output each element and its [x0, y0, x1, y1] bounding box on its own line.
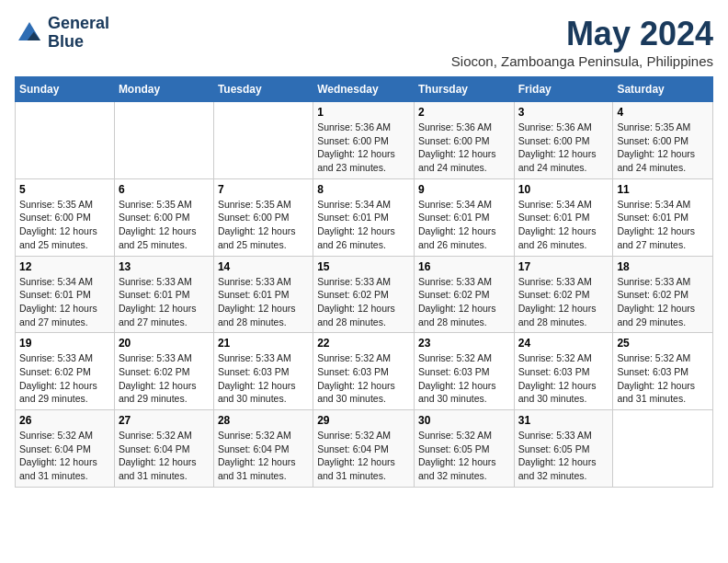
day-header-thursday: Thursday: [414, 77, 514, 102]
week-row-1: 1Sunrise: 5:36 AMSunset: 6:00 PMDaylight…: [16, 102, 713, 179]
logo-icon: [15, 18, 44, 48]
day-number: 3: [518, 106, 609, 119]
calendar-cell: 7Sunrise: 5:35 AMSunset: 6:00 PMDaylight…: [213, 178, 313, 256]
calendar-cell: 9Sunrise: 5:34 AMSunset: 6:01 PMDaylight…: [414, 178, 514, 256]
logo-line1: General: [48, 15, 109, 33]
day-header-tuesday: Tuesday: [213, 77, 313, 102]
calendar-cell: 22Sunrise: 5:32 AMSunset: 6:03 PMDayligh…: [313, 333, 415, 410]
day-info: Sunrise: 5:32 AMSunset: 6:03 PMDaylight:…: [518, 351, 609, 406]
calendar-cell: 17Sunrise: 5:33 AMSunset: 6:02 PMDayligh…: [514, 256, 613, 333]
day-number: 7: [218, 183, 309, 196]
calendar-cell: 4Sunrise: 5:35 AMSunset: 6:00 PMDaylight…: [613, 102, 713, 179]
logo-line2: Blue: [48, 33, 109, 52]
day-info: Sunrise: 5:33 AMSunset: 6:01 PMDaylight:…: [119, 275, 210, 329]
day-header-friday: Friday: [514, 77, 613, 102]
day-info: Sunrise: 5:33 AMSunset: 6:02 PMDaylight:…: [518, 275, 609, 329]
day-number: 2: [418, 106, 510, 119]
week-row-3: 12Sunrise: 5:34 AMSunset: 6:01 PMDayligh…: [16, 256, 713, 333]
day-number: 16: [418, 260, 510, 273]
calendar-cell: 28Sunrise: 5:32 AMSunset: 6:04 PMDayligh…: [213, 410, 313, 488]
day-header-wednesday: Wednesday: [313, 77, 415, 102]
calendar-cell: 19Sunrise: 5:33 AMSunset: 6:02 PMDayligh…: [16, 333, 115, 410]
day-info: Sunrise: 5:33 AMSunset: 6:01 PMDaylight:…: [218, 275, 309, 329]
calendar-cell: 5Sunrise: 5:35 AMSunset: 6:00 PMDaylight…: [16, 178, 115, 256]
day-number: 9: [418, 183, 510, 196]
calendar-cell: 2Sunrise: 5:36 AMSunset: 6:00 PMDaylight…: [414, 102, 514, 179]
day-info: Sunrise: 5:33 AMSunset: 6:02 PMDaylight:…: [418, 275, 510, 329]
calendar-cell: 10Sunrise: 5:34 AMSunset: 6:01 PMDayligh…: [514, 178, 613, 256]
day-info: Sunrise: 5:33 AMSunset: 6:02 PMDaylight:…: [617, 275, 709, 329]
calendar-cell: 11Sunrise: 5:34 AMSunset: 6:01 PMDayligh…: [613, 178, 713, 256]
week-row-4: 19Sunrise: 5:33 AMSunset: 6:02 PMDayligh…: [16, 333, 713, 410]
day-header-monday: Monday: [114, 77, 213, 102]
day-info: Sunrise: 5:32 AMSunset: 6:03 PMDaylight:…: [418, 351, 510, 406]
day-number: 21: [218, 337, 309, 350]
day-number: 30: [418, 414, 510, 427]
day-info: Sunrise: 5:32 AMSunset: 6:03 PMDaylight:…: [317, 351, 410, 406]
day-info: Sunrise: 5:34 AMSunset: 6:01 PMDaylight:…: [19, 275, 110, 329]
day-info: Sunrise: 5:32 AMSunset: 6:04 PMDaylight:…: [19, 429, 110, 483]
day-number: 14: [218, 260, 309, 273]
day-number: 6: [119, 183, 210, 196]
day-number: 22: [317, 337, 410, 350]
calendar-cell: 6Sunrise: 5:35 AMSunset: 6:00 PMDaylight…: [114, 178, 213, 256]
day-info: Sunrise: 5:35 AMSunset: 6:00 PMDaylight:…: [19, 198, 110, 252]
day-info: Sunrise: 5:36 AMSunset: 6:00 PMDaylight:…: [518, 121, 609, 175]
day-number: 15: [317, 260, 410, 273]
calendar-cell: 15Sunrise: 5:33 AMSunset: 6:02 PMDayligh…: [313, 256, 415, 333]
month-title: May 2024: [451, 15, 713, 53]
calendar-cell: 8Sunrise: 5:34 AMSunset: 6:01 PMDaylight…: [313, 178, 415, 256]
day-info: Sunrise: 5:32 AMSunset: 6:04 PMDaylight:…: [317, 429, 410, 483]
week-row-2: 5Sunrise: 5:35 AMSunset: 6:00 PMDaylight…: [16, 178, 713, 256]
day-number: 25: [617, 337, 709, 350]
calendar-cell: 26Sunrise: 5:32 AMSunset: 6:04 PMDayligh…: [16, 410, 115, 488]
day-info: Sunrise: 5:32 AMSunset: 6:03 PMDaylight:…: [617, 351, 709, 406]
day-number: 5: [19, 183, 110, 196]
day-header-saturday: Saturday: [613, 77, 713, 102]
day-info: Sunrise: 5:32 AMSunset: 6:05 PMDaylight:…: [418, 429, 510, 483]
calendar-cell: 24Sunrise: 5:32 AMSunset: 6:03 PMDayligh…: [514, 333, 613, 410]
day-number: 19: [19, 337, 110, 350]
calendar-cell: 13Sunrise: 5:33 AMSunset: 6:01 PMDayligh…: [114, 256, 213, 333]
calendar-cell: 18Sunrise: 5:33 AMSunset: 6:02 PMDayligh…: [613, 256, 713, 333]
day-info: Sunrise: 5:32 AMSunset: 6:04 PMDaylight:…: [218, 429, 309, 483]
day-info: Sunrise: 5:34 AMSunset: 6:01 PMDaylight:…: [617, 198, 709, 252]
day-number: 23: [418, 337, 510, 350]
day-header-sunday: Sunday: [16, 77, 115, 102]
day-info: Sunrise: 5:33 AMSunset: 6:03 PMDaylight:…: [218, 351, 309, 406]
calendar-table: SundayMondayTuesdayWednesdayThursdayFrid…: [15, 76, 713, 488]
calendar-cell: 14Sunrise: 5:33 AMSunset: 6:01 PMDayligh…: [213, 256, 313, 333]
day-number: 18: [617, 260, 709, 273]
page-header: General Blue May 2024 Siocon, Zamboanga …: [15, 15, 713, 69]
day-number: 24: [518, 337, 609, 350]
calendar-cell: 29Sunrise: 5:32 AMSunset: 6:04 PMDayligh…: [313, 410, 415, 488]
calendar-cell: [213, 102, 313, 179]
calendar-cell: 25Sunrise: 5:32 AMSunset: 6:03 PMDayligh…: [613, 333, 713, 410]
day-number: 29: [317, 414, 410, 427]
day-info: Sunrise: 5:33 AMSunset: 6:05 PMDaylight:…: [518, 429, 609, 483]
day-number: 1: [317, 106, 410, 119]
calendar-cell: 27Sunrise: 5:32 AMSunset: 6:04 PMDayligh…: [114, 410, 213, 488]
day-info: Sunrise: 5:34 AMSunset: 6:01 PMDaylight:…: [518, 198, 609, 252]
day-info: Sunrise: 5:36 AMSunset: 6:00 PMDaylight:…: [418, 121, 510, 175]
calendar-cell: [114, 102, 213, 179]
day-info: Sunrise: 5:33 AMSunset: 6:02 PMDaylight:…: [317, 275, 410, 329]
day-number: 17: [518, 260, 609, 273]
location-title: Siocon, Zamboanga Peninsula, Philippines: [451, 53, 713, 69]
day-number: 20: [119, 337, 210, 350]
header-row: SundayMondayTuesdayWednesdayThursdayFrid…: [16, 77, 713, 102]
day-number: 12: [19, 260, 110, 273]
calendar-cell: [613, 410, 713, 488]
day-info: Sunrise: 5:33 AMSunset: 6:02 PMDaylight:…: [119, 351, 210, 406]
calendar-cell: 21Sunrise: 5:33 AMSunset: 6:03 PMDayligh…: [213, 333, 313, 410]
day-number: 28: [218, 414, 309, 427]
day-info: Sunrise: 5:32 AMSunset: 6:04 PMDaylight:…: [119, 429, 210, 483]
day-number: 27: [119, 414, 210, 427]
day-number: 11: [617, 183, 709, 196]
calendar-cell: 16Sunrise: 5:33 AMSunset: 6:02 PMDayligh…: [414, 256, 514, 333]
day-info: Sunrise: 5:34 AMSunset: 6:01 PMDaylight:…: [418, 198, 510, 252]
logo-text: General Blue: [48, 15, 109, 52]
week-row-5: 26Sunrise: 5:32 AMSunset: 6:04 PMDayligh…: [16, 410, 713, 488]
title-block: May 2024 Siocon, Zamboanga Peninsula, Ph…: [451, 15, 713, 69]
day-info: Sunrise: 5:33 AMSunset: 6:02 PMDaylight:…: [19, 351, 110, 406]
